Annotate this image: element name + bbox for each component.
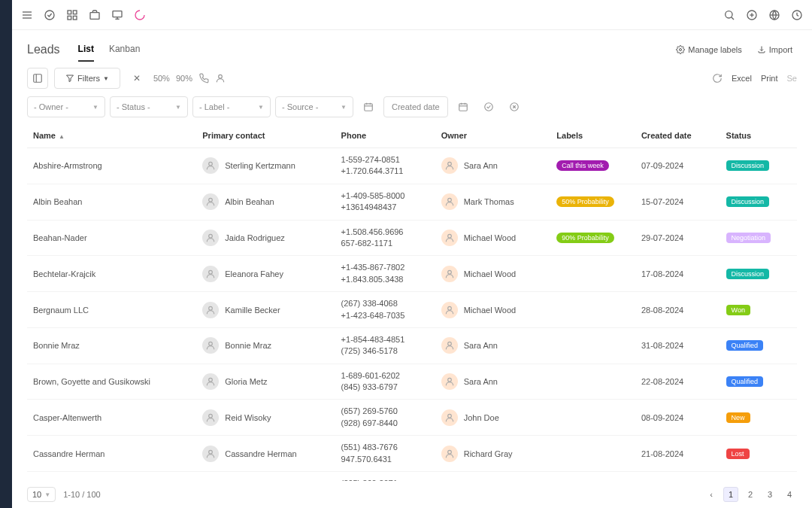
calendar-from-icon[interactable] xyxy=(358,96,379,117)
calendar-to-icon[interactable] xyxy=(453,96,474,117)
phone-number: 1-559-274-0851 xyxy=(341,154,429,166)
phone-number: 947.570.6431 xyxy=(341,454,429,465)
svg-rect-9 xyxy=(113,11,122,17)
manage-labels-button[interactable]: Manage labels xyxy=(671,42,747,57)
cell-created: 15-07-2024 xyxy=(635,184,720,220)
apply-filter-icon[interactable] xyxy=(478,96,499,117)
cell-contact: Sterling Kertzmann xyxy=(196,148,335,184)
svg-point-50 xyxy=(447,378,451,382)
table-row[interactable]: Cassandre HermanCassandre Herman(551) 48… xyxy=(27,436,797,472)
svg-point-41 xyxy=(209,234,213,238)
pager-page[interactable]: 4 xyxy=(782,487,797,502)
page-size-label: 10 xyxy=(32,490,41,499)
status-badge: Qualified xyxy=(726,376,764,387)
table-row[interactable]: Albin BeahanAlbin Beahan+1-409-585-8000+… xyxy=(27,184,797,220)
phone-number: +1-409-585-8000 xyxy=(341,190,429,202)
status-badge: Qualified xyxy=(726,340,764,351)
clear-filter-icon[interactable] xyxy=(504,96,525,117)
pager-prev[interactable]: ‹ xyxy=(704,487,719,502)
layout-toggle-button[interactable] xyxy=(27,68,48,89)
table-row[interactable]: Bergnaum LLCKamille Becker(267) 338-4068… xyxy=(27,292,797,328)
status-select[interactable]: - Status -▼ xyxy=(110,96,188,117)
svg-point-47 xyxy=(209,342,213,346)
clock-icon[interactable] xyxy=(791,9,803,21)
avatar xyxy=(441,302,458,318)
avatar xyxy=(202,302,219,318)
svg-point-12 xyxy=(726,11,732,17)
tab-list[interactable]: List xyxy=(78,38,94,62)
tab-kanban[interactable]: Kanban xyxy=(109,38,140,62)
avatar xyxy=(202,230,219,246)
th-created[interactable]: Created date xyxy=(635,123,720,148)
th-status[interactable]: Status xyxy=(720,123,797,148)
search-trunc[interactable]: Se xyxy=(787,74,797,83)
pager-page[interactable]: 1 xyxy=(723,487,738,502)
clear-filter-button[interactable]: ✕ xyxy=(126,68,147,89)
owner-select[interactable]: - Owner -▼ xyxy=(27,96,105,117)
globe-icon[interactable] xyxy=(768,9,780,21)
filters-button[interactable]: Filters ▼ xyxy=(54,68,120,89)
loading-icon[interactable] xyxy=(134,9,146,21)
th-labels[interactable]: Labels xyxy=(550,123,635,148)
cell-status: Qualified xyxy=(720,327,797,364)
export-excel[interactable]: Excel xyxy=(732,74,752,83)
cell-phone: (205) 360-2071+1.640.416.2908 xyxy=(335,472,435,481)
table-row[interactable]: Casper-AltenwerthReid Wisoky(657) 269-57… xyxy=(27,400,797,436)
sort-asc-icon: ▲ xyxy=(59,133,65,140)
th-name[interactable]: Name▲ xyxy=(27,123,196,148)
cell-name: Casper-Altenwerth xyxy=(27,400,196,436)
th-contact[interactable]: Primary contact xyxy=(196,123,335,148)
page-size-select[interactable]: 10▼ xyxy=(27,487,56,502)
contact-name: Sterling Kertzmann xyxy=(225,161,295,170)
filter-chip-90[interactable]: 90% xyxy=(176,74,192,83)
cell-label: 50% Probability xyxy=(550,472,635,481)
th-phone[interactable]: Phone xyxy=(335,123,435,148)
check-circle-icon[interactable] xyxy=(44,9,56,21)
phone-number: (928) 697-8440 xyxy=(341,418,429,429)
avatar xyxy=(202,409,219,426)
cell-created: 22-08-2024 xyxy=(635,364,720,400)
menu-icon[interactable] xyxy=(21,9,33,21)
table-row[interactable]: Brown, Goyette and GusikowskiGloria Metz… xyxy=(27,364,797,400)
owner-name: Mark Thomas xyxy=(464,197,514,206)
source-select[interactable]: - Source -▼ xyxy=(275,96,353,117)
plus-circle-icon[interactable] xyxy=(746,9,758,21)
phone-number: 1-689-601-6202 xyxy=(341,370,429,382)
table-row[interactable]: Bonnie MrazBonnie Mraz+1-854-483-4851(72… xyxy=(27,327,797,364)
th-owner[interactable]: Owner xyxy=(435,123,551,148)
svg-rect-25 xyxy=(365,104,373,111)
svg-point-51 xyxy=(209,414,213,418)
table-wrap: Name▲ Primary contact Phone Owner Labels… xyxy=(12,123,812,481)
contact-name: Reid Wisoky xyxy=(225,413,271,422)
avatar xyxy=(441,409,458,426)
table-row[interactable]: Bechtelar-KrajcikEleanora Fahey+1-435-86… xyxy=(27,256,797,292)
avatar xyxy=(202,157,219,174)
created-date-filter[interactable]: Created date xyxy=(383,96,448,117)
import-button[interactable]: Import xyxy=(753,42,797,57)
briefcase-icon[interactable] xyxy=(89,9,101,21)
phone-number: +13614948437 xyxy=(341,202,429,213)
person-icon[interactable] xyxy=(215,73,226,84)
filter-row: - Owner -▼ - Status -▼ - Label -▼ - Sour… xyxy=(12,96,812,123)
avatar xyxy=(202,446,219,462)
cell-status: Discussion xyxy=(720,148,797,184)
phone-icon[interactable] xyxy=(198,73,209,84)
cell-created: 17-08-2024 xyxy=(635,256,720,292)
search-icon[interactable] xyxy=(723,9,735,21)
pager-page[interactable]: 2 xyxy=(743,487,758,502)
filter-chip-50[interactable]: 50% xyxy=(153,74,170,83)
export-print[interactable]: Print xyxy=(761,74,778,83)
owner-name: Sara Ann xyxy=(464,377,498,386)
table-row[interactable]: Beahan-NaderJaida Rodriguez+1.508.456.96… xyxy=(27,220,797,256)
table-row[interactable]: Cassin and SonsWebster Nicolas(205) 360-… xyxy=(27,472,797,481)
cell-name: Cassin and Sons xyxy=(27,472,196,481)
label-select[interactable]: - Label -▼ xyxy=(192,96,271,117)
svg-point-49 xyxy=(209,378,213,382)
cell-phone: (657) 269-5760(928) 697-8440 xyxy=(335,400,435,436)
table-row[interactable]: Abshire-ArmstrongSterling Kertzmann1-559… xyxy=(27,148,797,184)
monitor-icon[interactable] xyxy=(111,9,123,21)
refresh-icon[interactable] xyxy=(712,73,723,84)
grid-icon[interactable] xyxy=(66,9,78,21)
pager-page[interactable]: 3 xyxy=(762,487,777,502)
tabs: List Kanban xyxy=(78,38,141,62)
